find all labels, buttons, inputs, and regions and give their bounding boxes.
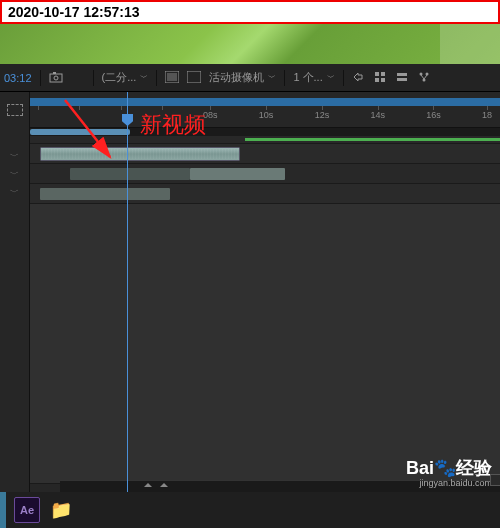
playhead[interactable] xyxy=(127,92,128,492)
resolution-label: (二分... xyxy=(102,70,137,85)
camera-label: 活动摄像机 xyxy=(209,70,264,85)
composition-preview xyxy=(0,24,500,64)
svg-rect-9 xyxy=(381,78,385,82)
svg-rect-2 xyxy=(53,72,56,74)
layer-clip[interactable] xyxy=(70,168,190,180)
watermark: Bai🐾经验 jingyan.baidu.com xyxy=(406,456,492,488)
transparency-grid-icon[interactable] xyxy=(165,71,179,85)
chevron-down-icon: ﹀ xyxy=(140,72,148,83)
track-row[interactable] xyxy=(30,144,500,164)
taskbar-edge xyxy=(0,492,6,528)
zoom-out-handle[interactable] xyxy=(60,483,72,491)
share-icon[interactable] xyxy=(352,71,366,85)
timestamp-overlay: 2020-10-17 12:57:13 xyxy=(0,0,500,24)
track-collapse-toggle[interactable]: ﹀ xyxy=(9,150,21,162)
svg-rect-7 xyxy=(381,72,385,76)
paw-icon: 🐾 xyxy=(434,458,456,478)
track-row[interactable] xyxy=(30,184,500,204)
tick: 14s xyxy=(370,110,385,128)
tick: 16s xyxy=(426,110,441,128)
divider xyxy=(156,70,157,86)
composition-marker-icon[interactable] xyxy=(7,104,23,116)
timeline-icon[interactable] xyxy=(396,71,410,85)
track-collapse-toggle[interactable]: ﹀ xyxy=(9,168,21,180)
watermark-logo: Bai🐾经验 xyxy=(406,456,492,480)
track-row[interactable] xyxy=(30,136,500,144)
track-collapse-toggle[interactable]: ﹀ xyxy=(9,186,21,198)
layer-clip[interactable] xyxy=(40,188,170,200)
watermark-box-icon xyxy=(490,474,500,486)
track-row[interactable] xyxy=(30,204,500,484)
track-row[interactable] xyxy=(30,164,500,184)
divider xyxy=(343,70,344,86)
channel-icon[interactable] xyxy=(71,71,85,85)
svg-rect-11 xyxy=(397,78,407,81)
mask-icon[interactable] xyxy=(187,71,201,85)
divider xyxy=(40,70,41,86)
flowchart-icon[interactable] xyxy=(418,71,432,85)
windows-taskbar: Ae 📁 xyxy=(0,492,500,528)
timecode-display[interactable]: 03:12 xyxy=(4,72,32,84)
timeline-panel: ﹀ ﹀ ﹀ 08s 10s 12s 14s 16s 18 xyxy=(0,92,500,492)
view-count-dropdown[interactable]: 1 个... ﹀ xyxy=(293,70,334,85)
snapshot-icon[interactable] xyxy=(49,71,63,85)
cache-indicator xyxy=(245,138,500,141)
svg-rect-6 xyxy=(375,72,379,76)
file-explorer-app-icon[interactable]: 📁 xyxy=(48,497,74,523)
timeline-main[interactable]: 08s 10s 12s 14s 16s 18 xyxy=(30,92,500,492)
svg-rect-4 xyxy=(167,73,177,81)
preview-toolbar: 03:12 (二分... ﹀ 活动摄像机 ﹀ 1 个... ﹀ xyxy=(0,64,500,92)
svg-rect-5 xyxy=(187,71,201,83)
timeline-left-gutter: ﹀ ﹀ ﹀ xyxy=(0,92,30,492)
svg-rect-0 xyxy=(50,74,62,82)
work-area-bar[interactable] xyxy=(30,128,500,136)
svg-rect-8 xyxy=(375,78,379,82)
time-navigator[interactable] xyxy=(30,98,500,106)
watermark-url: jingyan.baidu.com xyxy=(406,478,492,488)
divider xyxy=(93,70,94,86)
zoom-slider-handle[interactable] xyxy=(150,483,166,491)
layer-clip[interactable] xyxy=(190,168,285,180)
work-area-handle[interactable] xyxy=(30,129,130,135)
view-count-label: 1 个... xyxy=(293,70,322,85)
tick: 10s xyxy=(259,110,274,128)
grid-icon[interactable] xyxy=(374,71,388,85)
ruler-ticks: 08s 10s 12s 14s 16s 18 xyxy=(30,110,500,128)
resolution-dropdown[interactable]: (二分... ﹀ xyxy=(102,70,149,85)
time-ruler[interactable]: 08s 10s 12s 14s 16s 18 xyxy=(30,92,500,128)
chevron-down-icon: ﹀ xyxy=(327,72,335,83)
divider xyxy=(284,70,285,86)
video-clip[interactable] xyxy=(40,147,240,161)
tick: 18 xyxy=(482,110,492,128)
tracks-area xyxy=(30,136,500,484)
chevron-down-icon: ﹀ xyxy=(268,72,276,83)
tick: 08s xyxy=(203,110,218,128)
svg-rect-10 xyxy=(397,73,407,76)
after-effects-app-icon[interactable]: Ae xyxy=(14,497,40,523)
camera-dropdown[interactable]: 活动摄像机 ﹀ xyxy=(209,70,276,85)
tick: 12s xyxy=(315,110,330,128)
svg-point-1 xyxy=(54,76,58,80)
